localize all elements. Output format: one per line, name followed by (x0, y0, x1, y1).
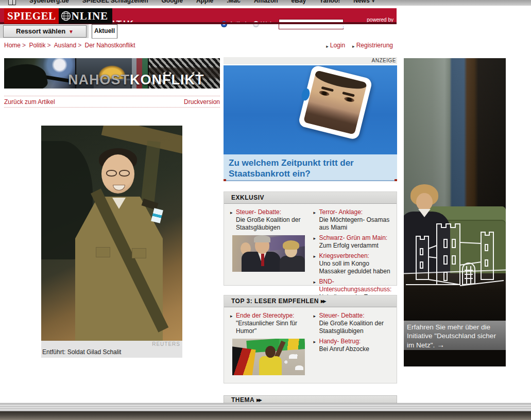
news-title: Zum Erfolg verdammt (319, 242, 379, 249)
auth-links: ▸Login ▸Registrierung (326, 42, 393, 49)
desk-shadow (0, 411, 531, 420)
news-item[interactable]: ▸ Steuer- Debatte: Die Große Koalition d… (230, 208, 307, 232)
bullet-icon: ▸ (230, 312, 233, 320)
browser-bookmarks-bar: Syberberg.de SPIEGEL Schlagzeilen Google… (0, 0, 531, 6)
bookmark-yahoo[interactable]: Yahoo! (319, 0, 340, 4)
bookmark-news-menu[interactable]: News▼ (353, 0, 375, 4)
spiegel-online-logo[interactable]: SPIEGEL NLINE (4, 8, 112, 24)
news-kicker-link[interactable]: BND- Untersuchungsausschuss: (319, 278, 392, 293)
photo-caption-box: REUTERS Entführt: Soldat Gilad Schalit (41, 341, 182, 358)
top3-right-column: ▸ Steuer- Debatte: Die Große Koalition d… (311, 312, 394, 375)
online-logo-text: NLINE (72, 8, 109, 24)
bullet-icon: ▸ (230, 209, 233, 217)
window-bottom-chrome (0, 403, 531, 411)
breadcrumb-ausland[interactable]: Ausland (54, 42, 76, 49)
article-nav-row: Zurück zum Artikel Druckversion (4, 96, 220, 108)
bookmark-amazon[interactable]: Amazon (254, 0, 278, 4)
globe-icon (61, 11, 71, 21)
fans-thumbnail[interactable] (232, 339, 305, 375)
bullet-icon: ▸ (326, 44, 329, 49)
bullet-icon: ▸ (352, 44, 355, 49)
news-item[interactable]: ▸ Kriegsverbrechen: Uno soll im Kongo Ma… (314, 252, 391, 275)
top3-header: TOP 3: LESER EMPFEHLEN▸▸ (224, 295, 397, 307)
bookmarks-icon[interactable] (8, 0, 16, 5)
news-title: Uno soll im Kongo Massaker geduldet habe… (319, 260, 390, 275)
right-arrow-icon: → (437, 340, 444, 349)
news-item[interactable]: ▸ Ende der Stereotype: "Erstaunlicher Si… (230, 312, 307, 335)
caret-down-icon: ▼ (68, 29, 74, 34)
ad-face-photo (298, 65, 373, 141)
banner-title: NAHOSTKONFLIKT (68, 72, 204, 88)
registration-link[interactable]: ▸Registrierung (352, 42, 393, 49)
print-version-link[interactable]: Druckversion (184, 98, 220, 106)
double-arrow-icon: ▸▸ (256, 396, 261, 404)
bookmark-dotmac[interactable]: .Mac (227, 0, 241, 4)
bookmark-syberberg[interactable]: Syberberg.de (29, 0, 69, 4)
news-title: Die Große Koalition der Staatsgläubigen (319, 320, 384, 335)
bullet-icon: ▸ (314, 235, 316, 242)
news-kicker-link[interactable]: Ende der Stereotype: (236, 312, 294, 319)
bookmark-apple[interactable]: Apple (196, 0, 213, 4)
nahostkonflikt-banner[interactable]: NAHOSTKONFLIKT (4, 58, 220, 89)
news-item[interactable]: ▸ Terror- Anklage: Die Möchtegern- Osama… (314, 208, 391, 232)
bullet-icon: ▸ (314, 312, 316, 320)
koalition-thumbnail[interactable] (232, 235, 305, 272)
exklusiv-header: EXKLUSIV (224, 192, 397, 204)
breadcrumb-home[interactable]: Home (4, 42, 21, 49)
search-bar: SUCHE: Artikel Web ▸▸ (192, 19, 352, 29)
banner-soldier-image (4, 58, 75, 89)
bullet-icon: ▸ (314, 253, 316, 260)
news-kicker-link[interactable]: Steuer- Debatte: (236, 208, 281, 216)
screen: Syberberg.de SPIEGEL Schlagzeilen Google… (0, 0, 531, 420)
back-to-article-link[interactable]: Zurück zum Artikel (4, 98, 55, 106)
ressort-select-button[interactable]: Ressort wählen▼ (3, 25, 87, 38)
news-kicker-link[interactable]: Handy- Betrug: (319, 338, 361, 345)
bookmark-spiegel-schlagzeilen[interactable]: SPIEGEL Schlagzeilen (82, 0, 148, 4)
castle-drawing-icon (405, 213, 505, 305)
news-title: "Erstaunlicher Sinn für Humor" (236, 320, 297, 335)
double-arrow-icon: ▸▸ (321, 297, 325, 305)
exklusiv-box: EXKLUSIV ▸ Steuer- Debatte: Die Große Ko… (224, 191, 397, 286)
top3-box: TOP 3: LESER EMPFEHLEN▸▸ ▸ Ende der Ster… (224, 295, 397, 383)
bullet-icon: ▸ (314, 278, 316, 286)
news-item[interactable]: ▸ Steuer- Debatte: Die Große Koalition d… (314, 312, 391, 335)
tab-aktuell[interactable]: Aktuell (92, 24, 117, 39)
news-kicker-link[interactable]: Terror- Anklage: (319, 208, 363, 216)
news-item[interactable]: ▸ Handy- Betrug: Bei Anruf Abzocke (314, 338, 391, 353)
bookmark-ebay[interactable]: eBay (292, 0, 306, 4)
staatsbankrott-ad-text[interactable]: Zu welchem Zeitpunkt tritt der Staatsban… (224, 154, 397, 181)
anzeige-label: ANZEIGE (224, 57, 397, 64)
bookmark-google[interactable]: Google (162, 0, 183, 4)
news-title: Bei Anruf Abzocke (319, 345, 369, 353)
photo-caption: Entführt: Soldat Gilad Schalit (42, 348, 121, 356)
photo-credit: REUTERS (152, 341, 180, 347)
news-kicker-link[interactable]: Steuer- Debatte: (319, 312, 365, 319)
search-input[interactable] (279, 19, 344, 29)
breadcrumb: Home> Politik> Ausland> Der Nahostkonfli… (4, 42, 137, 49)
article-photo-gilad-schalit (41, 126, 182, 341)
sicher-im-netz-ad[interactable]: Erfahren Sie mehr über die Initiative "D… (404, 58, 506, 366)
login-link[interactable]: ▸Login (326, 42, 345, 49)
staatsbankrott-ad-image[interactable] (224, 65, 397, 154)
news-item[interactable]: ▸ Schwarz- Grün am Main: Zum Erfolg verd… (314, 234, 391, 250)
bullet-icon: ▸ (314, 209, 316, 217)
bullet-icon: ▸ (314, 338, 316, 346)
news-kicker-link[interactable]: Schwarz- Grün am Main: (319, 234, 388, 241)
top3-left-column: ▸ Ende der Stereotype: "Erstaunlicher Si… (227, 312, 311, 375)
breadcrumb-politik[interactable]: Politik (29, 42, 45, 49)
ad-cta-text[interactable]: Erfahren Sie mehr über die Initiative "D… (404, 321, 506, 350)
news-title: Die Möchtegern- Osamas aus Miami (319, 216, 390, 231)
news-title: Die Große Koalition der Staatsgläubigen (236, 216, 300, 231)
breadcrumb-nahostkonflikt[interactable]: Der Nahostkonflikt (84, 42, 135, 49)
caret-down-icon: ▼ (371, 0, 375, 4)
news-kicker-link[interactable]: Kriegsverbrechen: (319, 252, 369, 259)
spiegel-logo-text: SPIEGEL (4, 8, 59, 24)
